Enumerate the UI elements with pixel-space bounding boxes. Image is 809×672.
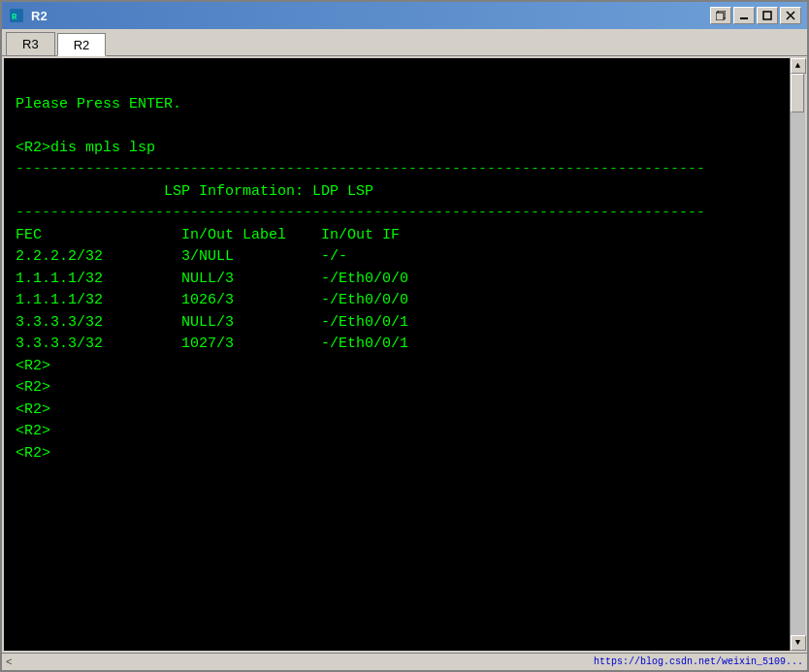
terminal-line: FEC In/Out Label In/Out IF	[16, 225, 778, 247]
scroll-down-button[interactable]: ▼	[791, 635, 806, 651]
tab-r3[interactable]: R3	[6, 32, 55, 55]
terminal-wrapper: Please Press ENTER. <R2>dis mpls lsp ---…	[2, 56, 807, 653]
terminal[interactable]: Please Press ENTER. <R2>dis mpls lsp ---…	[4, 58, 790, 651]
svg-text:R: R	[12, 13, 17, 22]
terminal-line: ----------------------------------------…	[16, 159, 778, 181]
terminal-line: 3.3.3.3/32 NULL/3 -/Eth0/0/1	[16, 312, 778, 335]
terminal-line: <R2>dis mpls lsp	[16, 138, 778, 160]
maximize-button[interactable]	[757, 7, 778, 24]
window-controls	[710, 7, 801, 24]
scrollbar: ▲ ▼	[790, 58, 805, 651]
scroll-up-button[interactable]: ▲	[791, 58, 806, 74]
tab-r2[interactable]: R2	[57, 33, 107, 56]
terminal-line: ----------------------------------------…	[16, 203, 778, 225]
terminal-line	[16, 115, 778, 138]
terminal-line: <R2>	[16, 443, 778, 465]
svg-rect-5	[763, 12, 771, 19]
terminal-line: Please Press ENTER.	[16, 94, 778, 116]
terminal-line: <R2>	[16, 421, 778, 443]
title-bar: R R2	[2, 2, 807, 29]
scrollbar-track	[791, 74, 805, 635]
terminal-line: 2.2.2.2/32 3/NULL -/-	[16, 246, 778, 269]
app-icon: R	[8, 7, 25, 24]
close-button[interactable]	[780, 7, 801, 24]
status-right: https://blog.csdn.net/weixin_5109...	[25, 656, 803, 667]
tab-bar: R3 R2	[2, 29, 807, 56]
terminal-line: 1.1.1.1/32 1026/3 -/Eth0/0/0	[16, 290, 778, 312]
svg-rect-3	[716, 13, 724, 20]
main-window: R R2	[0, 0, 809, 672]
terminal-line: <R2>	[16, 400, 778, 422]
terminal-line: <R2>	[16, 377, 778, 400]
terminal-line: LSP Information: LDP LSP	[16, 181, 778, 204]
window-title: R2	[31, 9, 710, 23]
terminal-line: 3.3.3.3/32 1027/3 -/Eth0/0/1	[16, 334, 778, 356]
scrollbar-thumb[interactable]	[791, 74, 804, 112]
status-left: <	[6, 656, 25, 668]
terminal-line: 1.1.1.1/32 NULL/3 -/Eth0/0/0	[16, 269, 778, 291]
restore-button[interactable]	[710, 7, 731, 24]
status-bar: < https://blog.csdn.net/weixin_5109...	[2, 653, 807, 670]
terminal-line	[16, 72, 778, 94]
minimize-button[interactable]	[733, 7, 755, 24]
terminal-line: <R2>	[16, 356, 778, 378]
